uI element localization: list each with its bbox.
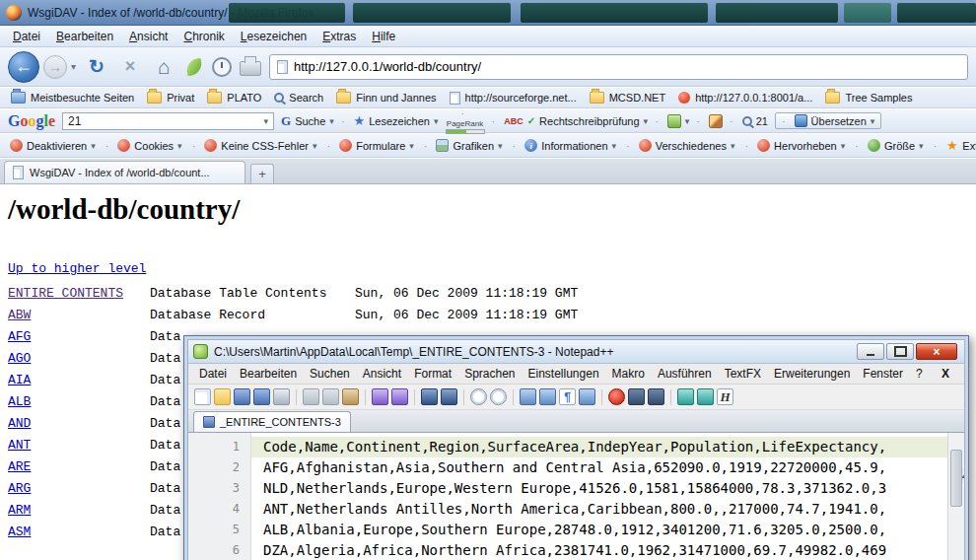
notepadpp-titlebar[interactable]: C:\Users\Martin\AppData\Local\Temp\_ENTI… (188, 340, 964, 364)
webdev-deaktivieren[interactable]: Deaktivieren▾ (6, 139, 100, 152)
npp-menu-sprachen[interactable]: Sprachen (458, 366, 521, 382)
npp-menu-textfx[interactable]: TextFX (719, 366, 767, 382)
webdev-cookies[interactable]: Cookies▾ (102, 139, 186, 152)
entry-link[interactable]: AND (8, 413, 150, 435)
npp-menu-erweiterungen[interactable]: Erweiterungen (768, 366, 856, 382)
entry-link[interactable]: ALB (8, 391, 150, 413)
print-icon[interactable] (273, 388, 290, 405)
entry-link[interactable]: AGO (8, 348, 150, 370)
google-search-value[interactable]: 21 (68, 114, 81, 128)
close-button[interactable]: × (916, 343, 957, 360)
line-text[interactable]: ALB,Albania,Europe,Southern Europe,28748… (251, 520, 947, 540)
menu-extras[interactable]: Extras (315, 28, 363, 45)
print-button[interactable] (240, 61, 261, 76)
npp-menu-datei[interactable]: Datei (193, 366, 233, 382)
play-macro-icon[interactable] (628, 388, 645, 405)
npp-menu-suchen[interactable]: Suchen (304, 366, 356, 382)
redo-icon[interactable] (391, 388, 408, 405)
npp-menu-format[interactable]: Format (408, 366, 457, 382)
plugin-icon[interactable] (677, 388, 694, 405)
webdev-extras[interactable]: ★Extras▾ (930, 139, 976, 152)
bookmark-finn-und-jannes[interactable]: Finn und Jannes (331, 92, 441, 104)
npp-menu-fenster[interactable]: Fenster (857, 366, 909, 382)
menu-ansicht[interactable]: Ansicht (122, 28, 174, 45)
feather-button[interactable] (184, 57, 204, 77)
npp-menu-close-x[interactable]: X (936, 366, 959, 382)
paste-icon[interactable] (342, 388, 359, 405)
spellcheck-button[interactable]: ABC ✓ Rechtschreibprüfung ▾ (492, 115, 649, 127)
menu-bearbeiten[interactable]: Bearbeiten (49, 28, 120, 45)
line-text[interactable]: ANT,Netherlands Antilles,North America,C… (251, 499, 947, 520)
bookmark-plato[interactable]: PLATO (202, 92, 266, 104)
menu-lesezeichen[interactable]: Lesezeichen (234, 28, 314, 45)
entry-link[interactable]: ARM (8, 500, 150, 522)
npp-menu-bearbeiten[interactable]: Bearbeiten (234, 366, 303, 382)
minimize-button[interactable] (857, 343, 884, 360)
menu-datei[interactable]: Datei (6, 28, 47, 45)
entry-link[interactable]: ENTIRE CONTENTS (8, 283, 150, 305)
zoom-in-icon[interactable] (470, 388, 487, 405)
record-macro-icon[interactable] (608, 388, 625, 405)
line-text[interactable]: DZA,Algeria,Africa,Northern Africa,23817… (251, 540, 947, 560)
tab-wsgidav[interactable]: WsgiDAV - Index of /world-db/count... (4, 161, 245, 183)
menu-chronik[interactable]: Chronik (176, 28, 231, 45)
webdev-grafiken[interactable]: Grafiken▾ (420, 139, 507, 152)
editor-area[interactable]: 1Code,Name,Continent,Region,SurfaceArea,… (188, 433, 964, 560)
webdev-verschiedenes[interactable]: Verschiedenes▾ (622, 139, 738, 152)
google-search-input[interactable]: 21 ▾ (62, 112, 274, 130)
document-tab[interactable]: _ENTIRE_CONTENTS-3 (193, 411, 351, 432)
entry-link[interactable]: ARE (8, 456, 150, 478)
highlight-count[interactable]: 21 (730, 115, 768, 127)
entry-link[interactable]: AFG (8, 326, 150, 348)
stop-button[interactable]: × (117, 54, 143, 80)
new-file-icon[interactable] (194, 388, 211, 405)
bookmark-tree-samples[interactable]: Tree Samples (820, 92, 917, 104)
npp-menu-ansicht[interactable]: Ansicht (357, 366, 407, 382)
back-button[interactable]: ← (8, 51, 39, 83)
run-macro-multiple-icon[interactable] (648, 388, 664, 405)
refresh-button[interactable]: ↻ (84, 54, 109, 80)
url-text[interactable]: http://127.0.0.1/world-db/country/ (294, 59, 481, 74)
edit-button[interactable] (696, 114, 723, 128)
webdev-formulare[interactable]: Formulare▾ (322, 139, 417, 152)
search-dropdown-icon[interactable]: ▾ (263, 116, 268, 126)
maximize-button[interactable] (886, 343, 914, 360)
bookmark-mcsd[interactable]: MCSD.NET (585, 92, 670, 104)
entry-link[interactable]: ASM (8, 522, 150, 543)
entry-link[interactable]: ABW (8, 305, 150, 326)
up-to-higher-level-link[interactable]: Up to higher level (8, 261, 146, 276)
npp-menu-ausfuehren[interactable]: Ausführen (652, 366, 718, 382)
pagerank-widget[interactable]: PageRank (446, 107, 485, 134)
open-file-icon[interactable] (214, 388, 231, 405)
save-all-icon[interactable] (253, 388, 270, 405)
history-clock-button[interactable] (212, 57, 232, 77)
new-tab-button[interactable]: + (250, 164, 274, 183)
google-search-button[interactable]: G Suche ▾ (281, 113, 334, 129)
firefox-titlebar[interactable]: WsgiDAV - Index of /world-db/country/ - … (0, 0, 976, 26)
sync-vertical-icon[interactable] (520, 388, 536, 405)
autofill-button[interactable]: ▾ (655, 114, 689, 128)
bookmark-meistbesuchte[interactable]: Meistbesuchte Seiten (6, 92, 139, 104)
npp-menu-einstellungen[interactable]: Einstellungen (523, 366, 605, 382)
undo-icon[interactable] (372, 388, 388, 405)
show-all-characters-icon[interactable]: ¶ (559, 388, 576, 405)
line-text[interactable]: NLD,Netherlands,Europe,Western Europe,41… (251, 478, 947, 499)
save-icon[interactable] (234, 388, 250, 405)
webdev-groesse[interactable]: Größe▾ (851, 139, 927, 152)
copy-icon[interactable] (322, 388, 339, 405)
indent-guide-icon[interactable] (579, 388, 595, 405)
vertical-scrollbar[interactable] (947, 433, 964, 560)
google-bookmarks-button[interactable]: ★ Lesezeichen ▾ (341, 113, 439, 128)
webdev-css-fehler[interactable]: Keine CSS-Fehler▾ (188, 139, 321, 152)
npp-menu-help[interactable]: ? (910, 366, 929, 382)
url-bar[interactable]: http://127.0.0.1/world-db/country/ (269, 54, 968, 80)
bookmark-privat[interactable]: Privat (142, 92, 199, 104)
hex-view-icon[interactable]: H (717, 388, 733, 405)
line-text[interactable]: AFG,Afghanistan,Asia,Southern and Centra… (251, 457, 947, 478)
bookmark-search[interactable]: Search (269, 92, 328, 104)
find-icon[interactable] (421, 388, 438, 405)
entry-link[interactable]: AIA (8, 370, 150, 391)
replace-icon[interactable] (441, 388, 457, 405)
forward-button[interactable]: → (43, 55, 67, 79)
translate-button[interactable]: Übersetzen ▾ (775, 112, 881, 129)
